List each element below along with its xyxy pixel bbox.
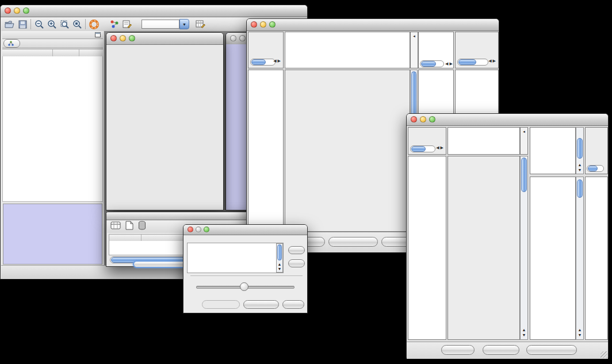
slider-thumb[interactable] — [240, 282, 248, 291]
minimize-button[interactable] — [14, 7, 20, 14]
tv1-column-dendrogram[interactable] — [285, 32, 410, 68]
tv1-top-scroll-strip[interactable]: ◂ — [410, 32, 418, 68]
minimize-button[interactable] — [120, 35, 126, 41]
zoom-fit-icon[interactable] — [71, 18, 83, 30]
control-panel — [1, 31, 105, 266]
minimize-button[interactable] — [196, 227, 201, 232]
tv2-heatmap[interactable] — [447, 156, 520, 340]
tv1-export-graphics-button[interactable] — [328, 237, 378, 247]
close-button[interactable] — [411, 116, 417, 122]
tv2-view-status-panel: ◀▶ — [408, 127, 446, 155]
tv2-export-graphics-button[interactable] — [526, 345, 577, 355]
close-button[interactable] — [110, 35, 117, 41]
animation-speed-group — [188, 275, 303, 276]
birds-eye-view[interactable] — [3, 204, 102, 265]
tv2-settings-button[interactable] — [441, 345, 475, 355]
scroll-arrows[interactable]: ◀▶ — [445, 62, 454, 66]
tv1-view-status-panel: ◀▶ — [248, 32, 284, 68]
search-input[interactable] — [141, 20, 179, 29]
open-network-icon[interactable] — [3, 18, 16, 30]
scroll-arrows[interactable]: ◀▶ — [436, 144, 445, 151]
tv2-gene-labels — [585, 177, 608, 340]
network-viewport[interactable] — [107, 45, 223, 209]
move-down-button[interactable] — [288, 259, 305, 267]
tv2-usage-hints-panel — [585, 127, 608, 174]
search-dropdown-button[interactable]: ▼ — [179, 19, 189, 29]
tv2-rotated-column-labels — [530, 127, 576, 174]
zoom-button[interactable] — [23, 7, 29, 14]
tv1-hints-scrollbar[interactable] — [457, 59, 488, 66]
vizmapper-icon[interactable] — [108, 18, 121, 30]
minimize-button[interactable] — [260, 21, 266, 28]
window-controls[interactable] — [5, 7, 29, 14]
zoom-button[interactable] — [129, 35, 135, 41]
annotation-icon[interactable] — [121, 18, 133, 30]
new-attribute-icon[interactable] — [125, 221, 133, 232]
help-icon[interactable] — [87, 18, 100, 30]
close-button[interactable] — [230, 35, 236, 41]
dialog-titlebar[interactable] — [183, 225, 307, 235]
tv1-status-scrollbar[interactable] — [250, 59, 276, 66]
network-tree-table — [2, 56, 103, 202]
close-button[interactable] — [5, 7, 11, 14]
float-panel-icon[interactable] — [95, 32, 101, 39]
scroll-arrows[interactable]: ◀▶ — [488, 58, 497, 64]
delete-attribute-icon[interactable] — [138, 221, 146, 232]
done-button[interactable] — [282, 300, 304, 309]
tab-network[interactable] — [3, 39, 20, 48]
tv2-save-data-button[interactable] — [483, 345, 519, 355]
tv2-column-dendrogram[interactable] — [447, 127, 520, 155]
tv2-top-scroll-strip[interactable]: ◂ — [520, 127, 528, 155]
tv2-row-dendrogram[interactable] — [408, 156, 446, 340]
move-up-button[interactable] — [288, 246, 305, 254]
zoom-in-icon[interactable] — [45, 18, 58, 30]
desktop: ▼ — [0, 0, 612, 364]
tv1-usage-hints-panel: ◀▶ — [455, 32, 499, 68]
treeview2-titlebar[interactable] — [407, 114, 608, 126]
minimize-button[interactable] — [239, 35, 246, 41]
minimize-button[interactable] — [420, 116, 426, 122]
attribute-list — [187, 243, 284, 273]
zoom-button[interactable] — [429, 116, 435, 122]
map-colors-dialog: ▲▼ — [183, 224, 308, 313]
attribute-list-scrollbar[interactable]: ▲▼ — [276, 243, 283, 273]
close-button[interactable] — [188, 227, 193, 232]
control-panel-tabs — [2, 39, 103, 48]
tv2-heatmap-vscrollbar[interactable]: ▲▼ — [520, 156, 528, 340]
tv2-zoom-heatmap[interactable] — [530, 177, 576, 340]
network-view-titlebar[interactable] — [106, 33, 223, 45]
network-view-window — [106, 32, 224, 210]
scroll-arrows[interactable]: ◀▶ — [273, 58, 282, 64]
zoom-button[interactable] — [204, 227, 209, 232]
zoom-selected-region-icon[interactable] — [58, 18, 71, 30]
tv1-labels-scrollbar[interactable] — [420, 60, 444, 67]
tv1-heatmap[interactable] — [285, 70, 410, 232]
animate-vizmap-button[interactable] — [202, 300, 240, 309]
tv2-footer — [407, 342, 608, 359]
attribute-browser-icon[interactable] — [194, 18, 206, 30]
zoom-out-icon[interactable] — [33, 18, 45, 30]
tv1-row-dendrogram[interactable] — [248, 70, 284, 232]
treeview1-titlebar[interactable] — [247, 19, 499, 31]
zoom-button[interactable] — [269, 21, 276, 28]
tab-vizmapper[interactable] — [21, 39, 30, 48]
close-button[interactable] — [251, 21, 257, 28]
tv2-status-scrollbar[interactable] — [410, 145, 435, 152]
tv2-hints-scrollbar[interactable] — [587, 165, 604, 172]
resize-grip[interactable] — [600, 351, 607, 358]
network-tab-icon — [8, 41, 14, 46]
tv2-zoom-vscrollbar[interactable]: ▲▼ — [576, 177, 584, 340]
select-attributes-icon[interactable] — [110, 221, 121, 232]
treeview2-window: ◀▶ ◂ ▲▼ ▲▼ — [406, 113, 609, 358]
control-panel-header — [2, 31, 103, 39]
main-titlebar[interactable] — [1, 5, 307, 17]
save-session-icon[interactable] — [16, 18, 29, 30]
create-vizmap-button[interactable] — [243, 300, 279, 309]
tv2-labels-vscrollbar[interactable]: ▲▼ — [576, 127, 584, 174]
